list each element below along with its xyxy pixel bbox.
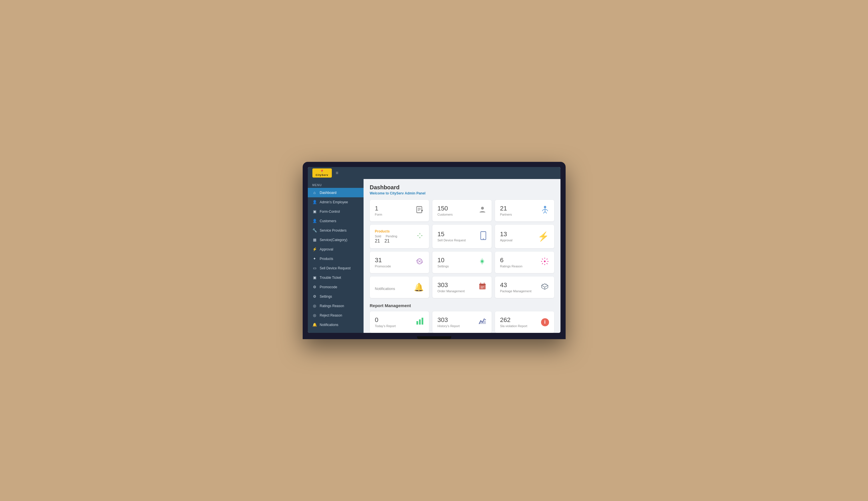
card-order-left: 303 Order Management bbox=[437, 282, 465, 293]
card-order-icon bbox=[478, 282, 487, 292]
sidebar-label-service-providers: Service Providers bbox=[320, 228, 347, 233]
card-package-management[interactable]: 43 Package Management bbox=[495, 277, 554, 298]
service-providers-icon: 🔧 bbox=[312, 228, 317, 233]
card-customers-left: 150 Customers bbox=[437, 205, 453, 216]
sidebar-label-approval: Approval bbox=[320, 247, 333, 251]
home-icon: ⌂ bbox=[312, 190, 317, 195]
svg-point-16 bbox=[544, 260, 546, 262]
card-promocode-label: Promocode bbox=[375, 265, 391, 268]
sidebar-item-approval[interactable]: ⚡ Approval bbox=[308, 245, 364, 254]
card-history-icon bbox=[478, 317, 487, 327]
card-todays-report[interactable]: 0 Today's Report bbox=[370, 311, 429, 333]
sidebar-item-dashboard[interactable]: ⌂ Dashboard bbox=[308, 188, 364, 197]
card-form[interactable]: 1 Form bbox=[370, 200, 429, 221]
card-partners[interactable]: 21 Partners bbox=[495, 200, 554, 221]
stats-cards-grid: 1 Form bbox=[370, 200, 554, 298]
card-sla-violation[interactable]: 262 Sla violation Report i bbox=[495, 311, 554, 333]
sidebar-label-sell-device: Sell Device Request bbox=[320, 266, 351, 270]
sidebar-item-reject-reason[interactable]: ◎ Reject Reason bbox=[308, 311, 364, 320]
svg-rect-36 bbox=[422, 318, 423, 324]
card-settings[interactable]: 10 Settings bbox=[432, 252, 491, 273]
card-package-number: 43 bbox=[500, 282, 532, 288]
card-ratings-left: 6 Ratings Reason bbox=[500, 257, 522, 268]
svg-line-22 bbox=[546, 263, 547, 264]
reject-reason-icon: ◎ bbox=[312, 313, 317, 317]
card-todays-number: 0 bbox=[375, 317, 396, 323]
card-products-nums: 21 21 bbox=[375, 238, 397, 244]
svg-rect-34 bbox=[416, 321, 418, 324]
card-history-report[interactable]: 303 History's Report bbox=[432, 311, 491, 333]
svg-rect-0 bbox=[417, 206, 422, 213]
card-ratings-reason[interactable]: 6 Ratings Reason bbox=[495, 252, 554, 273]
sidebar-item-ratings-reason[interactable]: ◎ Ratings Reason bbox=[308, 301, 364, 311]
card-form-number: 1 bbox=[375, 205, 382, 212]
sidebar-item-trouble-ticket[interactable]: ▣ Trouble Ticket bbox=[308, 273, 364, 282]
card-customers-label: Customers bbox=[437, 213, 453, 216]
sidebar-item-service-category[interactable]: ▦ Service(Category) bbox=[308, 235, 364, 245]
sidebar-item-settings[interactable]: ⚙ Settings bbox=[308, 292, 364, 301]
ratings-reason-icon: ◎ bbox=[312, 304, 317, 308]
card-promocode-number: 31 bbox=[375, 257, 391, 263]
sidebar-label-dashboard: Dashboard bbox=[320, 191, 337, 195]
card-promocode[interactable]: 31 Promocode bbox=[370, 252, 429, 273]
svg-line-9 bbox=[545, 212, 547, 213]
sell-device-icon: ▭ bbox=[312, 266, 317, 270]
card-todays-left: 0 Today's Report bbox=[375, 317, 396, 328]
sidebar-item-promocode[interactable]: ⚙ Promocode bbox=[308, 282, 364, 292]
form-control-icon: ▣ bbox=[312, 209, 317, 214]
card-partners-icon bbox=[541, 205, 549, 216]
card-sell-device-number: 15 bbox=[437, 231, 466, 237]
card-notifications[interactable]: Notifications 🔔 bbox=[370, 277, 429, 298]
card-approval-label: Approval bbox=[500, 238, 512, 242]
sidebar-label-service-category: Service(Category) bbox=[320, 238, 348, 242]
sidebar-item-admins-employee[interactable]: 👤 Admin's Employee bbox=[308, 197, 364, 207]
sidebar-label-promocode: Promocode bbox=[320, 285, 337, 289]
card-products[interactable]: Products Sold Pending 21 21 bbox=[370, 225, 429, 248]
card-order-management[interactable]: 303 Order Management bbox=[432, 277, 491, 298]
card-products-icon bbox=[416, 232, 424, 242]
card-todays-label: Today's Report bbox=[375, 324, 396, 328]
card-products-left: Products Sold Pending 21 21 bbox=[375, 230, 397, 244]
card-customers[interactable]: 150 Customers bbox=[432, 200, 491, 221]
card-package-icon bbox=[541, 283, 549, 292]
sidebar-item-order-management[interactable]: ▣ Order Management bbox=[308, 329, 364, 333]
card-sla-icon: i bbox=[541, 318, 549, 326]
screen: 📍 CityServ ≡ MENU ⌂ Dashboard 👤 Admin's … bbox=[308, 167, 561, 333]
svg-line-8 bbox=[543, 212, 545, 213]
svg-line-11 bbox=[547, 210, 548, 211]
order-management-icon: ▣ bbox=[312, 332, 317, 333]
card-notifications-left: Notifications bbox=[375, 284, 395, 291]
card-sla-number: 262 bbox=[500, 317, 527, 323]
sidebar-label-form-control: Form-Control bbox=[320, 210, 340, 214]
card-sell-device[interactable]: 15 Sell Device Request bbox=[432, 225, 491, 248]
svg-line-23 bbox=[546, 259, 547, 260]
card-partners-label: Partners bbox=[500, 213, 512, 216]
sidebar-item-service-providers[interactable]: 🔧 Service Providers bbox=[308, 226, 364, 235]
card-sla-left: 262 Sla violation Report bbox=[500, 317, 527, 328]
laptop-base bbox=[308, 333, 561, 339]
svg-rect-26 bbox=[479, 284, 486, 285]
card-approval-number: 13 bbox=[500, 231, 512, 237]
laptop-notch bbox=[417, 336, 451, 339]
sidebar-label-notifications: Notifications bbox=[320, 323, 338, 327]
laptop-frame: 📍 CityServ ≡ MENU ⌂ Dashboard 👤 Admin's … bbox=[303, 162, 566, 339]
card-customers-icon bbox=[478, 206, 487, 216]
sidebar-item-customers[interactable]: 👤 Customers bbox=[308, 216, 364, 226]
svg-point-5 bbox=[544, 206, 546, 208]
card-promocode-icon bbox=[415, 257, 424, 267]
sidebar-item-products[interactable]: ✦ Products bbox=[308, 254, 364, 263]
sidebar-item-notifications[interactable]: 🔔 Notifications bbox=[308, 320, 364, 329]
approval-icon: ⚡ bbox=[312, 247, 317, 251]
card-approval[interactable]: 13 Approval ⚡ bbox=[495, 225, 554, 248]
sidebar-item-form-control[interactable]: ▣ Form-Control bbox=[308, 207, 364, 216]
card-partners-left: 21 Partners bbox=[500, 205, 512, 216]
card-settings-left: 10 Settings bbox=[437, 257, 449, 268]
sidebar-item-sell-device[interactable]: ▭ Sell Device Request bbox=[308, 263, 364, 273]
hamburger-menu[interactable]: ≡ bbox=[336, 170, 338, 175]
card-partners-number: 21 bbox=[500, 205, 512, 212]
sidebar-label-admins-employee: Admin's Employee bbox=[320, 200, 348, 204]
trouble-ticket-icon: ▣ bbox=[312, 275, 317, 280]
card-package-left: 43 Package Management bbox=[500, 282, 532, 293]
card-sell-device-label: Sell Device Request bbox=[437, 238, 466, 242]
card-notifications-icon: 🔔 bbox=[414, 283, 424, 292]
